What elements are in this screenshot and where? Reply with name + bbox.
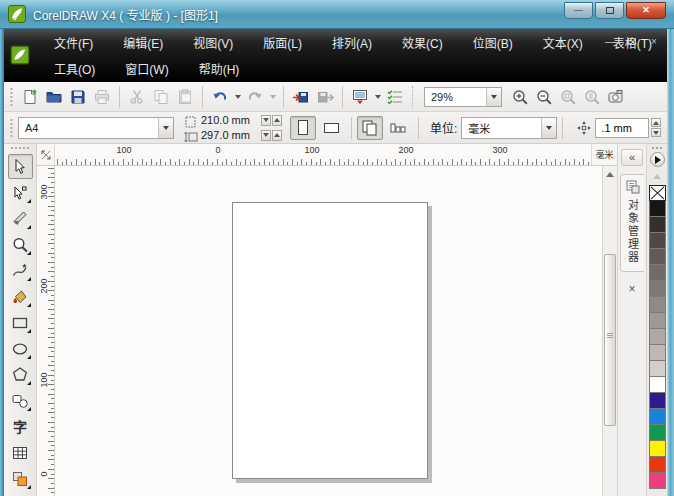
- snapshot-button[interactable]: [604, 85, 628, 109]
- color-swatch[interactable]: [649, 377, 666, 393]
- close-button[interactable]: ✕: [626, 2, 666, 19]
- export-button[interactable]: [313, 85, 337, 109]
- palette-flyout-button[interactable]: [650, 152, 665, 167]
- mdi-restore-button[interactable]: [625, 35, 639, 49]
- color-swatch[interactable]: [649, 233, 666, 249]
- palette-scroll-up-button[interactable]: [650, 170, 665, 183]
- chevron-down-icon[interactable]: [158, 118, 173, 138]
- cut-button[interactable]: [125, 85, 149, 109]
- zoom-level-combobox[interactable]: 29%: [424, 87, 502, 107]
- color-swatch[interactable]: [649, 409, 666, 425]
- menu-item[interactable]: 版面(L): [255, 31, 310, 54]
- docker-collapse-button[interactable]: «: [621, 149, 643, 166]
- undo-button[interactable]: [208, 85, 232, 109]
- canvas[interactable]: [55, 166, 602, 496]
- rectangle-tool-button[interactable]: [8, 310, 33, 335]
- save-button[interactable]: [66, 85, 90, 109]
- zoom-out-button[interactable]: [532, 85, 556, 109]
- pick-tool-button[interactable]: [8, 154, 33, 179]
- paper-height-value[interactable]: 297.0 mm: [201, 129, 259, 141]
- paper-preset-combobox[interactable]: A4: [18, 117, 174, 139]
- color-swatch[interactable]: [649, 361, 666, 377]
- new-document-button[interactable]: [18, 85, 42, 109]
- docker-close-button[interactable]: ×: [624, 282, 640, 296]
- horizontal-ruler[interactable]: 1000100200300: [55, 144, 591, 165]
- docker-tab-object-manager[interactable]: 对象管理器: [620, 174, 644, 272]
- ellipse-tool-button[interactable]: [8, 336, 33, 361]
- color-swatch[interactable]: [649, 313, 666, 329]
- mdi-minimize-button[interactable]: —: [603, 35, 617, 49]
- facing-pages-button[interactable]: [385, 116, 411, 140]
- import-button[interactable]: [289, 85, 313, 109]
- color-swatch[interactable]: [649, 201, 666, 217]
- app-launcher-button[interactable]: [348, 85, 372, 109]
- crop-tool-button[interactable]: [8, 206, 33, 231]
- minimize-button[interactable]: —: [564, 2, 593, 19]
- palette-grip[interactable]: [651, 146, 663, 150]
- color-swatch[interactable]: [649, 265, 666, 281]
- paper-height-spinner[interactable]: [261, 130, 282, 141]
- zoom-all-button[interactable]: [580, 85, 604, 109]
- undo-dropdown-button[interactable]: [232, 85, 243, 109]
- paper-width-value[interactable]: 210.0 mm: [201, 114, 259, 126]
- nudge-distance-input[interactable]: .1 mm: [595, 118, 649, 138]
- menu-item[interactable]: 排列(A): [324, 31, 380, 54]
- color-swatch[interactable]: [649, 473, 666, 489]
- scroll-up-button[interactable]: [604, 168, 616, 181]
- copy-button[interactable]: [149, 85, 173, 109]
- color-swatch[interactable]: [649, 217, 666, 233]
- color-swatch[interactable]: [649, 393, 666, 409]
- shape-tool-button[interactable]: [8, 180, 33, 205]
- app-launcher-dropdown-button[interactable]: [372, 85, 383, 109]
- color-swatch[interactable]: [649, 345, 666, 361]
- color-swatch[interactable]: [649, 249, 666, 265]
- zoom-selection-button[interactable]: [556, 85, 580, 109]
- landscape-button[interactable]: [318, 116, 344, 140]
- basic-shapes-tool-button[interactable]: [8, 388, 33, 413]
- menu-item[interactable]: 效果(C): [394, 31, 451, 54]
- text-tool-button[interactable]: 字: [8, 414, 33, 439]
- all-pages-button[interactable]: [357, 116, 383, 140]
- menu-item[interactable]: 视图(V): [185, 31, 241, 54]
- redo-button[interactable]: [243, 85, 267, 109]
- maximize-button[interactable]: [595, 2, 624, 19]
- zoom-in-button[interactable]: [508, 85, 532, 109]
- paper-width-spinner[interactable]: [261, 115, 282, 126]
- table-tool-button[interactable]: [8, 440, 33, 465]
- units-combobox[interactable]: 毫米: [461, 117, 557, 139]
- color-swatch[interactable]: [649, 297, 666, 313]
- chevron-down-icon[interactable]: [541, 118, 556, 138]
- redo-dropdown-button[interactable]: [267, 85, 278, 109]
- open-folder-button[interactable]: [42, 85, 66, 109]
- ruler-origin-button[interactable]: [37, 144, 55, 165]
- vertical-ruler[interactable]: 3002001000: [37, 166, 55, 496]
- zoom-tool-button[interactable]: [8, 232, 33, 257]
- menu-item[interactable]: 工具(O): [46, 57, 103, 80]
- property-bar-grip[interactable]: [9, 118, 14, 138]
- vertical-scrollbar[interactable]: [602, 166, 617, 496]
- freehand-tool-button[interactable]: [8, 258, 33, 283]
- polygon-tool-button[interactable]: [8, 362, 33, 387]
- welcome-checklist-button[interactable]: [383, 85, 407, 109]
- menu-item[interactable]: 文本(X): [535, 31, 591, 54]
- color-swatch[interactable]: [649, 281, 666, 297]
- menu-item[interactable]: 文件(F): [46, 31, 101, 54]
- interactive-tool-button[interactable]: [8, 466, 33, 491]
- menu-item[interactable]: 帮助(H): [191, 57, 248, 80]
- color-swatch-none[interactable]: [649, 185, 666, 201]
- scrollbar-thumb[interactable]: [604, 254, 616, 426]
- menu-item[interactable]: 窗口(W): [117, 57, 176, 80]
- menu-item[interactable]: 位图(B): [465, 31, 521, 54]
- nudge-spinner[interactable]: [651, 118, 661, 137]
- toolbox-grip[interactable]: [10, 146, 30, 151]
- smart-fill-tool-button[interactable]: [8, 284, 33, 309]
- color-swatch[interactable]: [649, 329, 666, 345]
- color-swatch[interactable]: [649, 441, 666, 457]
- portrait-button[interactable]: [290, 116, 316, 140]
- paste-button[interactable]: [173, 85, 197, 109]
- chevron-down-icon[interactable]: [486, 88, 501, 106]
- print-button[interactable]: [90, 85, 114, 109]
- menu-item[interactable]: 编辑(E): [115, 31, 171, 54]
- color-swatch[interactable]: [649, 425, 666, 441]
- toolbar-grip[interactable]: [9, 87, 14, 107]
